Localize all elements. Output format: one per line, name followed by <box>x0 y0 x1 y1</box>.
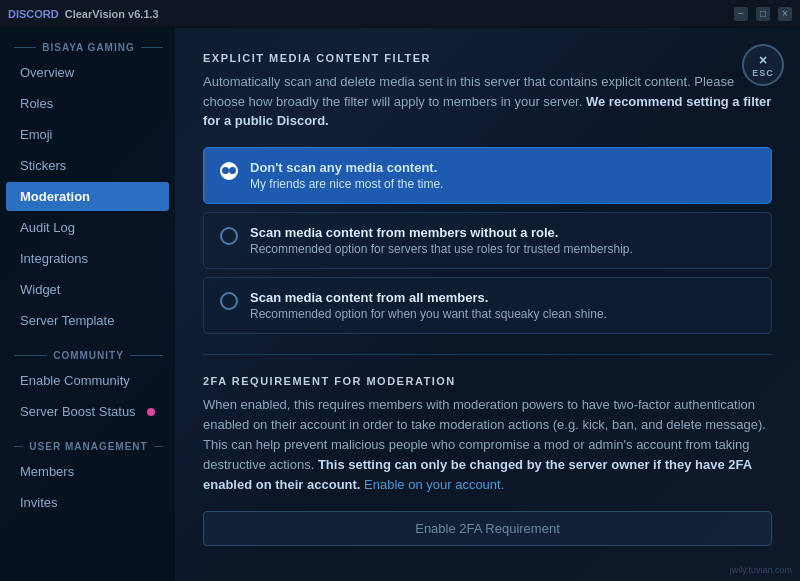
sidebar-section-server: BISAYA GAMING <box>0 28 175 57</box>
sidebar-item-overview[interactable]: Overview <box>6 58 169 87</box>
title-bar-left: DISCORD ClearVision v6.1.3 <box>8 8 159 20</box>
sidebar-section-community: COMMUNITY <box>0 336 175 365</box>
sidebar-item-emoji[interactable]: Emoji <box>6 120 169 149</box>
main-content: × ESC EXPLICIT MEDIA CONTENT FILTER Auto… <box>175 28 800 581</box>
radio-option-all-members[interactable]: Scan media content from all members. Rec… <box>203 277 772 334</box>
sidebar-item-server-boost-status[interactable]: Server Boost Status <box>6 397 169 426</box>
app-version: ClearVision v6.1.3 <box>65 8 159 20</box>
sidebar-item-invites[interactable]: Invites <box>6 488 169 517</box>
close-button[interactable]: × <box>778 7 792 21</box>
app-layout: BISAYA GAMING Overview Roles Emoji Stick… <box>0 28 800 581</box>
maximize-button[interactable]: □ <box>756 7 770 21</box>
twofa-section: 2FA REQUIREMENT FOR MODERATION When enab… <box>203 375 772 547</box>
esc-label: ESC <box>752 68 774 78</box>
sidebar-item-widget[interactable]: Widget <box>6 275 169 304</box>
sidebar-item-enable-community[interactable]: Enable Community <box>6 366 169 395</box>
twofa-enable-link[interactable]: Enable on your account. <box>364 477 504 492</box>
watermark: jwily.tuvian.com <box>730 565 792 575</box>
sidebar: BISAYA GAMING Overview Roles Emoji Stick… <box>0 28 175 581</box>
sidebar-item-moderation[interactable]: Moderation <box>6 182 169 211</box>
radio-circle-all-members <box>220 292 238 310</box>
radio-fill-no-scan <box>222 167 229 174</box>
radio-content-no-scan: Don't scan any media content. My friends… <box>250 160 443 191</box>
title-bar-controls: − □ × <box>734 7 792 21</box>
radio-option-no-scan[interactable]: Don't scan any media content. My friends… <box>203 147 772 204</box>
esc-x-icon: × <box>759 53 767 67</box>
title-bar: DISCORD ClearVision v6.1.3 − □ × <box>0 0 800 28</box>
sidebar-item-roles[interactable]: Roles <box>6 89 169 118</box>
filter-section-title: EXPLICIT MEDIA CONTENT FILTER <box>203 52 772 64</box>
radio-content-no-role: Scan media content from members without … <box>250 225 633 256</box>
esc-button[interactable]: × ESC <box>742 44 784 86</box>
minimize-button[interactable]: − <box>734 7 748 21</box>
filter-section: EXPLICIT MEDIA CONTENT FILTER Automatica… <box>203 52 772 334</box>
filter-section-desc: Automatically scan and delete media sent… <box>203 72 772 131</box>
sidebar-item-server-template[interactable]: Server Template <box>6 306 169 335</box>
twofa-section-title: 2FA REQUIREMENT FOR MODERATION <box>203 375 772 387</box>
twofa-section-desc: When enabled, this requires members with… <box>203 395 772 496</box>
sidebar-section-user-mgmt: USER MANAGEMENT <box>0 427 175 456</box>
section-divider <box>203 354 772 355</box>
radio-circle-no-role <box>220 227 238 245</box>
radio-content-all-members: Scan media content from all members. Rec… <box>250 290 607 321</box>
radio-circle-no-scan <box>220 162 238 180</box>
enable-2fa-button[interactable]: Enable 2FA Requirement <box>203 511 772 546</box>
sidebar-item-stickers[interactable]: Stickers <box>6 151 169 180</box>
boost-status-dot <box>147 408 155 416</box>
sidebar-item-audit-log[interactable]: Audit Log <box>6 213 169 242</box>
sidebar-item-members[interactable]: Members <box>6 457 169 486</box>
radio-option-no-role[interactable]: Scan media content from members without … <box>203 212 772 269</box>
app-name: DISCORD <box>8 8 59 20</box>
sidebar-item-integrations[interactable]: Integrations <box>6 244 169 273</box>
